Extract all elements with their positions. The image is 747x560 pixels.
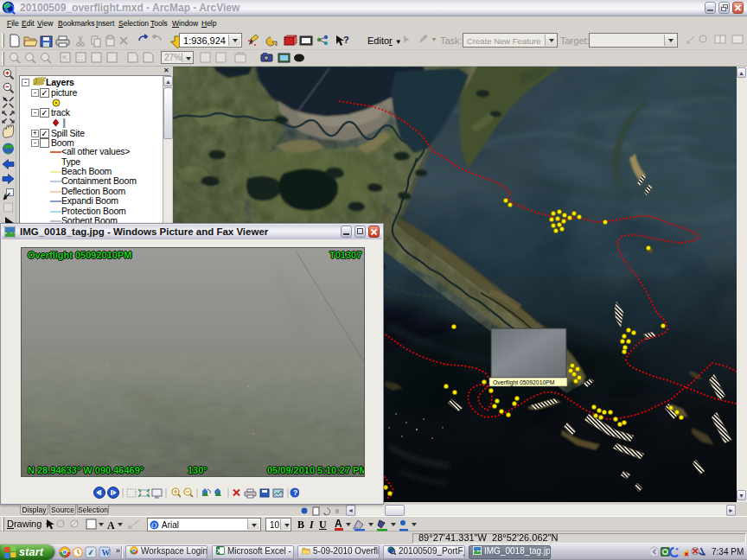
- svg-text:⛶: ⛶: [78, 54, 83, 62]
- svg-text:W: W: [102, 548, 111, 557]
- svg-text:⇱: ⇱: [62, 54, 68, 62]
- svg-text:?: ?: [293, 488, 297, 497]
- svg-text:?: ?: [343, 35, 349, 45]
- svg-text:O: O: [151, 521, 157, 530]
- svg-text:A: A: [107, 519, 115, 531]
- svg-text:»: »: [116, 546, 120, 555]
- svg-text:A: A: [335, 518, 342, 530]
- svg-text:X: X: [217, 548, 221, 555]
- svg-text:Overflight 05092010PM: Overflight 05092010PM: [493, 379, 555, 386]
